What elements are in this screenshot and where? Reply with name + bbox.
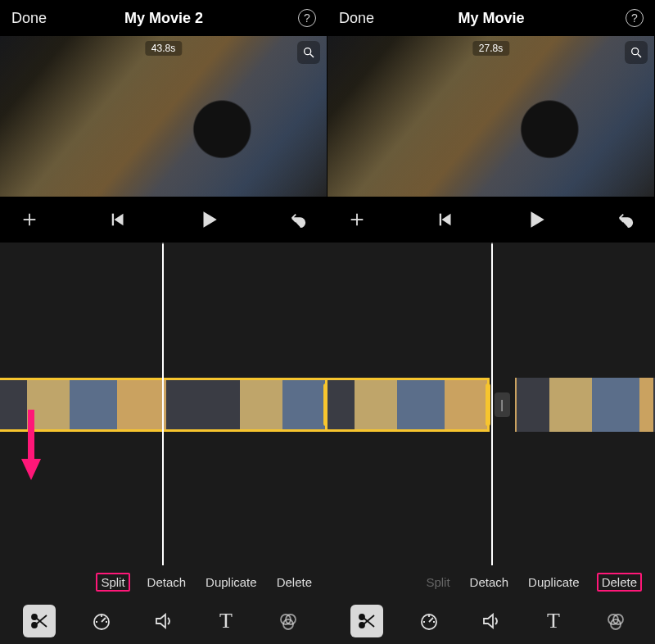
play-button[interactable] [518, 202, 554, 238]
project-title: My Movie 2 [124, 10, 203, 27]
annotation-arrow [20, 406, 43, 483]
video-clip-selected[interactable] [328, 378, 490, 432]
header: Done My Movie ? [328, 0, 655, 36]
playhead[interactable] [162, 243, 164, 565]
editor-panel-left: Done My Movie 2 ? 43.8s [0, 0, 328, 644]
detach-action[interactable]: Detach [468, 574, 512, 591]
volume-tool[interactable] [147, 605, 180, 637]
svg-line-23 [638, 54, 641, 57]
zoom-button[interactable] [625, 41, 648, 64]
undo-icon [617, 211, 635, 229]
titles-tool[interactable]: T [210, 605, 242, 637]
filters-icon [278, 611, 298, 631]
scissors-tool[interactable] [23, 605, 56, 637]
transport-bar [328, 197, 655, 243]
titles-tool[interactable]: T [537, 605, 570, 637]
add-media-button[interactable] [11, 202, 47, 238]
svg-point-0 [305, 48, 311, 55]
clip-action-bar: Split Detach Duplicate Delete [328, 565, 655, 598]
svg-rect-27 [440, 214, 441, 226]
video-clip[interactable] [515, 378, 655, 432]
header: Done My Movie 2 ? [0, 0, 328, 36]
speaker-icon [481, 611, 501, 631]
transport-bar [0, 197, 328, 243]
svg-marker-6 [203, 211, 216, 228]
split-action[interactable]: Split [96, 573, 129, 592]
project-title: My Movie [458, 10, 524, 27]
svg-line-34 [429, 618, 433, 622]
filters-tool[interactable] [599, 605, 632, 637]
scissors-icon [357, 611, 377, 631]
speed-tool[interactable] [413, 605, 445, 637]
skip-start-button[interactable] [101, 202, 137, 238]
play-icon [526, 209, 547, 230]
speaker-icon [154, 611, 174, 631]
skip-back-icon [437, 211, 455, 229]
svg-marker-18 [156, 615, 165, 628]
svg-marker-38 [484, 615, 493, 628]
delete-action[interactable]: Delete [274, 574, 314, 591]
transition-gap[interactable]: | [495, 392, 510, 417]
tool-toolbar: T [0, 598, 328, 644]
video-clip-selected[interactable] [0, 378, 328, 432]
magnify-icon [302, 46, 315, 59]
clip-action-bar: Split Detach Duplicate Delete [0, 565, 328, 598]
clip-track [0, 378, 328, 432]
svg-point-22 [632, 48, 639, 55]
help-icon[interactable]: ? [626, 9, 644, 27]
undo-button[interactable] [280, 202, 316, 238]
svg-line-14 [102, 618, 106, 622]
svg-line-1 [310, 54, 314, 57]
delete-action[interactable]: Delete [597, 573, 642, 592]
svg-marker-26 [442, 214, 451, 226]
filters-icon [606, 611, 626, 631]
skip-start-button[interactable] [428, 202, 464, 238]
magnify-icon [630, 46, 643, 59]
split-action: Split [423, 574, 452, 591]
video-preview[interactable]: 27.8s [328, 36, 655, 197]
playhead[interactable] [491, 243, 493, 565]
text-icon: T [219, 609, 233, 633]
playhead-time: 27.8s [472, 41, 509, 56]
tool-toolbar: T [328, 598, 655, 644]
done-button[interactable]: Done [11, 10, 47, 27]
play-icon [198, 209, 219, 230]
add-media-button[interactable] [339, 202, 375, 238]
playhead-time: 43.8s [145, 41, 182, 56]
play-button[interactable] [191, 202, 227, 238]
svg-rect-5 [112, 214, 114, 226]
timeline[interactable]: | [328, 243, 655, 565]
volume-tool[interactable] [475, 605, 508, 637]
undo-icon [289, 211, 307, 229]
detach-action[interactable]: Detach [145, 574, 189, 591]
done-button[interactable]: Done [339, 10, 374, 27]
plus-icon [348, 211, 366, 229]
speed-tool[interactable] [85, 605, 118, 637]
scissors-tool[interactable] [350, 605, 383, 637]
timeline[interactable] [0, 243, 328, 565]
filters-tool[interactable] [272, 605, 305, 637]
skip-back-icon [110, 211, 128, 229]
svg-marker-8 [21, 459, 41, 480]
text-icon: T [547, 609, 560, 633]
plus-icon [20, 211, 38, 229]
undo-button[interactable] [608, 202, 644, 238]
scissors-icon [29, 611, 49, 631]
speedometer-icon [419, 611, 439, 631]
help-icon[interactable]: ? [298, 9, 316, 27]
duplicate-action[interactable]: Duplicate [203, 574, 260, 591]
editor-panel-right: Done My Movie ? 27.8s | Split De [328, 0, 655, 644]
video-preview[interactable]: 43.8s [0, 36, 328, 197]
duplicate-action[interactable]: Duplicate [526, 574, 582, 591]
svg-marker-28 [531, 211, 544, 228]
speedometer-icon [92, 611, 111, 631]
zoom-button[interactable] [297, 41, 320, 64]
svg-marker-4 [115, 214, 124, 226]
